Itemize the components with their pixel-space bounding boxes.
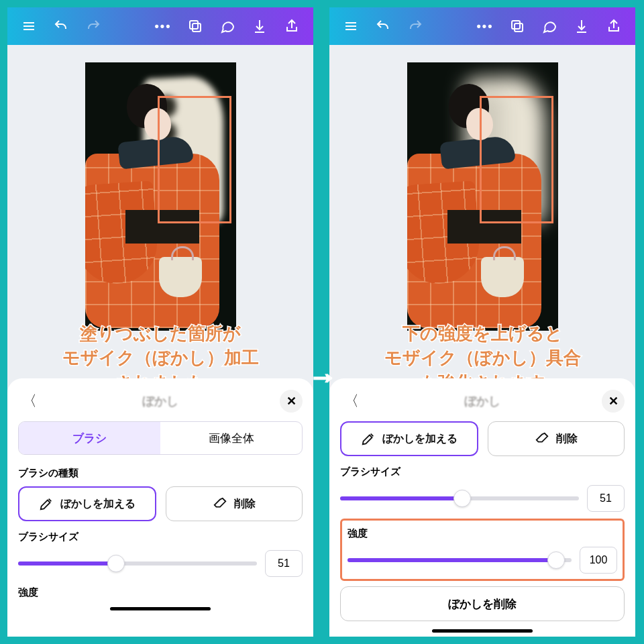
erase-button[interactable]: 削除	[488, 421, 625, 456]
svg-rect-3	[512, 21, 520, 29]
more-icon[interactable]	[148, 11, 178, 41]
slider-fill	[18, 561, 116, 566]
svg-rect-0	[193, 23, 201, 32]
tab-brush[interactable]: ブラシ	[19, 422, 160, 454]
redo-icon[interactable]	[400, 11, 430, 41]
brush-type-label: ブラシの種類	[18, 467, 303, 480]
slider-fill	[347, 558, 556, 562]
intensity-highlight-frame: 強度 100	[340, 519, 625, 581]
canvas-area[interactable]	[329, 45, 635, 380]
arrow-icon: →	[309, 361, 337, 393]
brush-size-slider[interactable]	[340, 496, 579, 500]
phone-left: 塗りつぶした箇所が モザイク（ぼかし）加工 されました 〈 ぼかし ✕ ブラシ …	[5, 5, 315, 639]
intensity-label: 強度	[18, 586, 303, 599]
eraser-icon	[213, 496, 227, 511]
blur-region-highlight	[480, 96, 553, 223]
comment-icon[interactable]	[535, 11, 564, 41]
download-icon[interactable]	[567, 11, 596, 41]
blur-region-highlight	[158, 96, 231, 223]
remove-blur-button[interactable]: ぼかしを削除	[340, 586, 625, 621]
eraser-icon	[535, 431, 549, 446]
erase-label: 削除	[234, 497, 256, 511]
menu-icon[interactable]	[336, 11, 366, 41]
slider-knob[interactable]	[547, 551, 565, 569]
brush-size-value[interactable]: 51	[265, 550, 303, 577]
intensity-value[interactable]: 100	[580, 547, 617, 574]
toolbar	[7, 7, 313, 45]
add-blur-button[interactable]: ぼかしを加える	[340, 421, 478, 456]
brush-icon	[39, 496, 54, 511]
canvas-area[interactable]	[7, 45, 313, 380]
add-blur-label: ぼかしを加える	[382, 432, 458, 446]
remove-blur-label: ぼかしを削除	[448, 596, 517, 612]
intensity-slider[interactable]	[347, 558, 572, 562]
close-button[interactable]: ✕	[602, 390, 625, 413]
copy-icon[interactable]	[180, 11, 210, 41]
mode-segmented[interactable]: ブラシ 画像全体	[18, 421, 303, 455]
slider-knob[interactable]	[453, 490, 471, 507]
undo-icon[interactable]	[46, 11, 76, 41]
menu-icon[interactable]	[14, 11, 44, 41]
erase-label: 削除	[556, 432, 578, 446]
back-button[interactable]: 〈	[340, 391, 363, 411]
slider-knob[interactable]	[107, 555, 125, 572]
bottom-sheet: 〈 ぼかし ✕ ブラシ 画像全体 ブラシの種類 ぼかしを加える 削除 ブラシサイ	[7, 378, 313, 637]
svg-rect-2	[515, 23, 523, 32]
toolbar	[329, 7, 635, 45]
tab-whole-image[interactable]: 画像全体	[160, 422, 302, 454]
photo[interactable]	[85, 62, 236, 331]
phone-right: 下の強度を上げると モザイク（ぼかし）具合 も強化されます 〈 ぼかし ✕ ぼか…	[327, 5, 637, 639]
redo-icon[interactable]	[78, 11, 108, 41]
home-indicator	[110, 607, 211, 610]
brush-size-label: ブラシサイズ	[340, 466, 625, 478]
slider-fill	[340, 496, 462, 500]
copy-icon[interactable]	[502, 11, 532, 41]
share-icon[interactable]	[599, 11, 629, 41]
intensity-label: 強度	[347, 527, 617, 540]
back-button[interactable]: 〈	[18, 391, 41, 411]
bottom-sheet: 〈 ぼかし ✕ ぼかしを加える 削除 ブラシサイズ	[329, 378, 635, 637]
brush-size-value[interactable]: 51	[587, 485, 625, 512]
brush-size-slider[interactable]	[18, 561, 257, 566]
sheet-title: ぼかし	[464, 393, 500, 409]
close-button[interactable]: ✕	[280, 390, 303, 413]
brush-icon	[361, 431, 376, 446]
erase-button[interactable]: 削除	[166, 486, 303, 521]
photo[interactable]	[407, 62, 558, 331]
home-indicator	[432, 629, 533, 633]
add-blur-button[interactable]: ぼかしを加える	[18, 486, 156, 521]
add-blur-label: ぼかしを加える	[60, 497, 136, 511]
svg-rect-1	[190, 21, 198, 29]
more-icon[interactable]	[470, 11, 500, 41]
sheet-title: ぼかし	[142, 393, 178, 409]
comment-icon[interactable]	[213, 11, 242, 41]
brush-size-label: ブラシサイズ	[18, 531, 303, 543]
undo-icon[interactable]	[368, 11, 398, 41]
download-icon[interactable]	[245, 11, 274, 41]
share-icon[interactable]	[277, 11, 307, 41]
